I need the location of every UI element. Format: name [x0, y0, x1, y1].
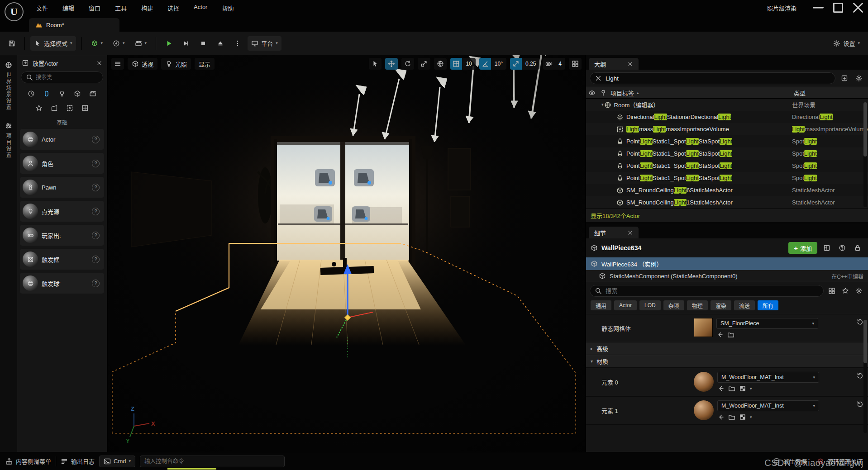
place-search-box[interactable]	[21, 71, 103, 83]
maximize-viewport-button[interactable]	[569, 58, 582, 70]
filter-lod[interactable]: LOD	[639, 300, 661, 310]
filter-general[interactable]: 通用	[591, 300, 611, 310]
reset-material-icon[interactable]	[856, 372, 863, 379]
item-label-column-header[interactable]: 项目标签	[610, 89, 634, 97]
reset-material-icon[interactable]	[856, 400, 863, 408]
place-item-player-start[interactable]: 玩家出: ?	[20, 225, 104, 246]
material-thumbnail[interactable]	[694, 400, 714, 420]
eject-button[interactable]	[213, 36, 228, 51]
display-filter-icon[interactable]	[828, 287, 835, 294]
category-volumes[interactable]	[65, 103, 75, 113]
outliner-row-lightmass-importance-volume[interactable]: LightmassLightmassImportanceVolume Light…	[586, 123, 868, 135]
close-button[interactable]	[848, 0, 868, 15]
category-all-classes[interactable]	[80, 103, 90, 113]
add-actor-dropdown[interactable]: ▾	[87, 36, 107, 51]
maximize-button[interactable]	[828, 0, 848, 15]
minimize-button[interactable]	[808, 0, 828, 15]
filter-rendering[interactable]: 渲染	[711, 300, 731, 310]
play-options-button[interactable]	[230, 36, 245, 51]
content-drawer-button[interactable]: 内容侧滑菜单	[5, 457, 51, 465]
use-selected-icon[interactable]	[717, 413, 725, 421]
close-outliner-icon[interactable]	[627, 61, 633, 67]
grid-snap-control[interactable]: 10	[450, 58, 475, 70]
browse-to-asset-icon[interactable]	[728, 385, 735, 392]
menu-item-file[interactable]: 文件	[30, 2, 54, 14]
menu-item-actor[interactable]: Actor	[187, 2, 214, 14]
add-component-button[interactable]: + 添加	[788, 242, 817, 254]
cinematics-dropdown[interactable]: ▾	[131, 36, 151, 51]
material-thumbnail[interactable]	[694, 372, 714, 392]
outliner-scrollbar[interactable]	[863, 102, 867, 207]
component-row[interactable]: StaticMeshComponent (StaticMeshComponent…	[586, 270, 868, 282]
menu-item-help[interactable]: 帮助	[215, 2, 240, 14]
material-select-element-1[interactable]: M_WoodFloor_MAT_Inst▾	[717, 400, 819, 411]
use-selected-icon[interactable]	[717, 385, 725, 392]
help-badge[interactable]: ?	[92, 208, 100, 215]
stop-button[interactable]	[196, 36, 210, 51]
details-search-box[interactable]	[590, 285, 824, 297]
place-item-pawn[interactable]: Pawn ?	[20, 177, 104, 198]
rail-item-world-settings[interactable]: 世界场景设置	[5, 62, 12, 110]
output-log-button[interactable]: 输出日志	[61, 457, 95, 465]
place-item-trigger-sphere[interactable]: 触发球' ?	[20, 273, 104, 294]
outliner-search-input[interactable]	[606, 75, 830, 82]
menu-item-build[interactable]: 构建	[135, 2, 159, 14]
viewport-scene[interactable]: Z X Y	[108, 55, 585, 452]
place-item-point-light[interactable]: 点光源 ?	[20, 201, 104, 222]
editor-mode-dropdown[interactable]: 选择模式 ▾	[30, 36, 76, 51]
outliner-row-sm-round-ceiling-light1[interactable]: SM_RoundCeilingLight1StaticMeshActor Sta…	[586, 196, 868, 209]
static-mesh-select[interactable]: SM_FloorPiece ▾	[716, 318, 818, 329]
advanced-section-header[interactable]: ▸ 高级	[586, 342, 868, 355]
category-recently-placed[interactable]	[26, 89, 36, 99]
filter-streaming[interactable]: 流送	[734, 300, 755, 310]
help-badge[interactable]: ?	[92, 136, 100, 143]
place-item-trigger-box[interactable]: 触发框 ?	[20, 249, 104, 270]
category-visual-effects[interactable]	[34, 103, 44, 113]
unreal-logo-icon[interactable]: U	[5, 2, 24, 21]
visibility-column-icon[interactable]	[588, 89, 596, 96]
filter-all[interactable]: 所有	[758, 300, 778, 310]
play-button[interactable]	[162, 36, 176, 51]
type-column-header[interactable]: 类型	[792, 89, 868, 97]
filter-physics[interactable]: 物理	[687, 300, 708, 310]
frame-skip-button[interactable]	[179, 36, 193, 51]
tab-outliner[interactable]: 大纲	[589, 58, 639, 70]
details-search-input[interactable]	[606, 288, 819, 294]
help-badge[interactable]: ?	[92, 256, 100, 263]
help-badge[interactable]: ?	[92, 160, 100, 167]
category-shapes[interactable]	[72, 89, 82, 99]
select-tool[interactable]	[369, 58, 382, 70]
outliner-row-point-light-3[interactable]: PointLightStatic1_SpotLightStaSpotLight …	[586, 160, 868, 172]
outliner-row-point-light-4[interactable]: PointLightStatic1_SpotLightStaSpotLight …	[586, 172, 868, 184]
world-local-toggle[interactable]	[434, 58, 447, 70]
scale-tool[interactable]	[418, 58, 430, 70]
scale-snap-control[interactable]: 0.25	[510, 58, 539, 70]
console-input[interactable]	[144, 458, 280, 465]
category-cinematic[interactable]	[88, 89, 98, 99]
favorites-icon[interactable]	[842, 287, 849, 294]
outliner-row-directional-light[interactable]: DirectionalLightStationarDirectionalLigh…	[586, 111, 868, 123]
save-button[interactable]	[5, 36, 19, 51]
view-mode-dropdown[interactable]: 光照	[161, 58, 191, 70]
move-tool[interactable]	[385, 58, 398, 70]
rail-item-project-settings[interactable]: 项目设置	[5, 122, 12, 158]
static-mesh-thumbnail[interactable]	[694, 318, 713, 337]
outliner-search-box[interactable]	[590, 72, 835, 84]
category-basic[interactable]	[42, 89, 52, 99]
material-options-icon[interactable]	[739, 385, 746, 392]
settings-dropdown[interactable]: 设置 ▾	[830, 36, 863, 51]
viewport-options-button[interactable]	[111, 58, 124, 70]
outliner-row-point-light-2[interactable]: PointLightStatic1_SpotLightStaSpotLight …	[586, 147, 868, 160]
camera-speed-control[interactable]: 4	[543, 58, 565, 70]
filter-misc[interactable]: 杂项	[663, 300, 684, 310]
filter-actor[interactable]: Actor	[614, 300, 637, 310]
menu-item-tools[interactable]: 工具	[109, 2, 133, 14]
place-item-actor[interactable]: Actor ?	[20, 129, 104, 150]
rotation-snap-control[interactable]: 10°	[479, 58, 506, 70]
details-settings-icon[interactable]	[855, 287, 863, 294]
clear-search-icon[interactable]	[595, 75, 602, 82]
lock-details-icon[interactable]	[854, 244, 861, 252]
pin-column-icon[interactable]	[600, 89, 607, 96]
place-search-input[interactable]	[36, 74, 98, 81]
viewport[interactable]: Z X Y 透视 光照	[108, 55, 585, 452]
